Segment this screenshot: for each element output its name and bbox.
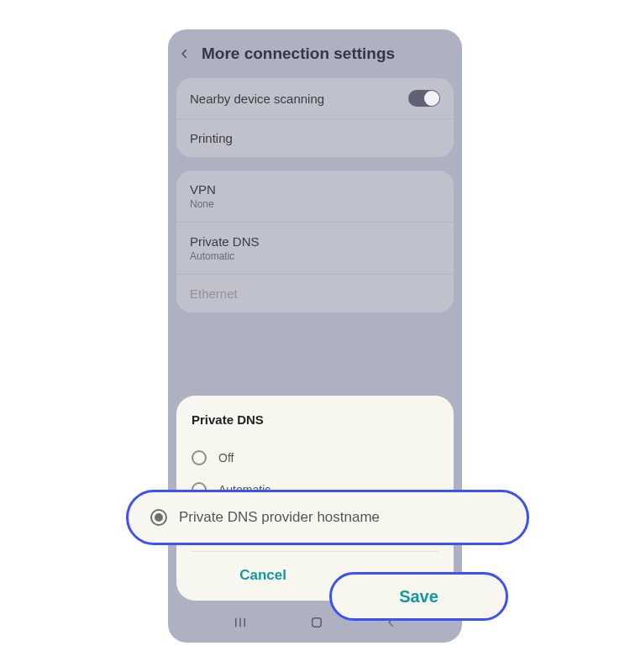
phone-frame: More connection settings Nearby device s… bbox=[168, 29, 462, 643]
save-button[interactable]: Save bbox=[329, 572, 508, 621]
svg-rect-3 bbox=[312, 618, 322, 627]
row-vpn[interactable]: VPN None bbox=[176, 171, 454, 223]
section-1: Nearby device scanning Printing bbox=[176, 78, 454, 157]
vpn-sub: None bbox=[190, 198, 216, 210]
home-icon[interactable] bbox=[309, 615, 324, 633]
recents-icon[interactable] bbox=[233, 615, 248, 633]
row-private-dns[interactable]: Private DNS Automatic bbox=[176, 223, 454, 275]
row-printing[interactable]: Printing bbox=[176, 119, 454, 157]
ethernet-label: Ethernet bbox=[190, 286, 238, 301]
row-ethernet: Ethernet bbox=[176, 275, 454, 312]
row-nearby-scanning[interactable]: Nearby device scanning bbox=[176, 78, 454, 119]
option-off[interactable]: Off bbox=[192, 442, 438, 474]
option-off-label: Off bbox=[218, 451, 234, 465]
save-label: Save bbox=[399, 587, 438, 606]
radio-icon bbox=[192, 450, 207, 465]
radio-selected-icon bbox=[150, 509, 167, 526]
pdns-label: Private DNS bbox=[190, 234, 260, 249]
nearby-label: Nearby device scanning bbox=[190, 92, 324, 106]
dialog-title: Private DNS bbox=[192, 412, 438, 427]
page-title: More connection settings bbox=[202, 45, 395, 63]
nearby-toggle[interactable] bbox=[408, 90, 440, 107]
back-icon[interactable] bbox=[176, 45, 193, 62]
vpn-label: VPN bbox=[190, 182, 216, 197]
pdns-sub: Automatic bbox=[190, 250, 260, 262]
cancel-button[interactable]: Cancel bbox=[223, 562, 303, 589]
printing-label: Printing bbox=[190, 131, 233, 145]
option-host-label: Private DNS provider hostname bbox=[179, 509, 380, 526]
section-2: VPN None Private DNS Automatic Ethernet bbox=[176, 171, 454, 312]
option-provider-hostname[interactable]: Private DNS provider hostname bbox=[126, 490, 529, 545]
header: More connection settings bbox=[168, 29, 462, 78]
